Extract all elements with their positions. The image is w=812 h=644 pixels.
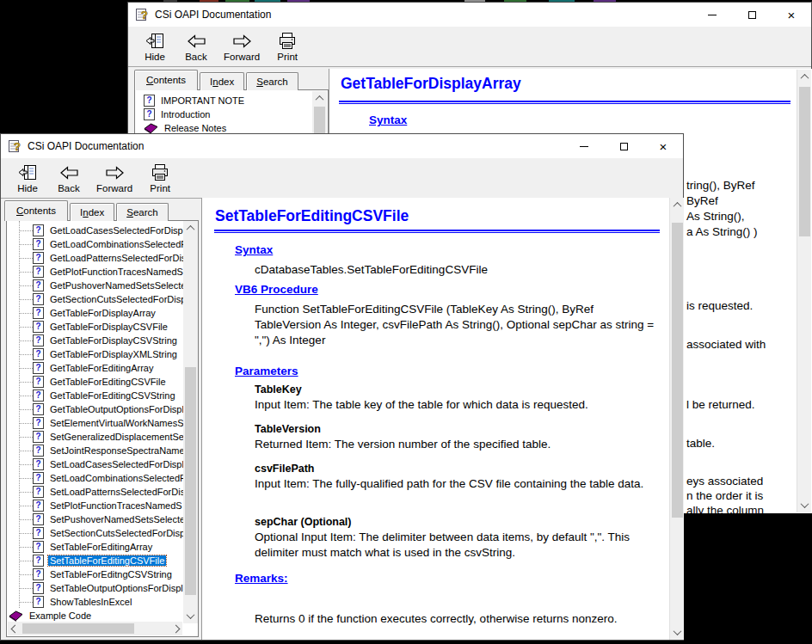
scroll-down-button[interactable] bbox=[797, 498, 812, 512]
scroll-up-button[interactable] bbox=[797, 70, 812, 84]
forward-button[interactable]: Forward bbox=[94, 162, 135, 194]
tree-item[interactable]: ?GetLoadCombinationsSelectedF bbox=[7, 237, 183, 251]
content-scrollbar[interactable] bbox=[669, 198, 684, 640]
tree-item[interactable]: ?GetTableForDisplayArray bbox=[7, 306, 183, 320]
tree-item[interactable]: ?SetGeneralizedDisplacementSe bbox=[7, 430, 183, 444]
remarks-heading: Remarks: bbox=[235, 572, 288, 585]
chevron-up-icon bbox=[187, 225, 195, 234]
remarks-body: Returns 0 if the function executes corre… bbox=[255, 611, 662, 627]
tab-search[interactable]: Search bbox=[246, 72, 298, 90]
scroll-up-button[interactable] bbox=[312, 91, 327, 106]
tree-item[interactable]: ?SetTableForEditngCSVString bbox=[7, 567, 183, 581]
minimize-button[interactable] bbox=[564, 134, 604, 158]
back-arrow-icon bbox=[59, 163, 79, 183]
tree-item[interactable]: ?GetTableForEditingArray bbox=[7, 361, 183, 375]
hide-button[interactable]: Hide bbox=[138, 30, 171, 63]
scroll-up-button[interactable] bbox=[183, 221, 198, 236]
tab-index[interactable]: Index bbox=[70, 203, 114, 221]
help-file-icon: ? bbox=[135, 8, 149, 21]
tree-item[interactable]: ?GetTableForDisplayCSVString bbox=[7, 334, 183, 347]
tree-item[interactable]: ?GetPlotFunctionTracesNamedS bbox=[7, 265, 183, 279]
tree-item[interactable]: Example Code bbox=[7, 609, 183, 623]
tree-item[interactable]: ?GetTableForDisplayCSVFile bbox=[7, 320, 183, 334]
scroll-thumb[interactable] bbox=[672, 223, 683, 518]
tree-item[interactable]: ? Introduction bbox=[144, 107, 328, 121]
tree-item[interactable]: ?GetTableForEditingCSVString bbox=[7, 389, 183, 402]
scroll-down-button[interactable] bbox=[670, 625, 684, 640]
help-topic-icon: ? bbox=[33, 376, 44, 388]
tree-item[interactable]: ?GetPushoverNamedSetsSelecte bbox=[7, 279, 183, 292]
tab-index[interactable]: Index bbox=[200, 72, 244, 90]
print-icon bbox=[277, 31, 298, 52]
help-topic-icon: ? bbox=[144, 95, 155, 107]
hide-button[interactable]: Hide bbox=[11, 162, 44, 194]
close-button[interactable]: × bbox=[643, 134, 683, 158]
chevron-up-icon bbox=[316, 95, 324, 104]
front-toolbar: Hide Back Forward Print bbox=[1, 158, 683, 199]
scroll-thumb[interactable] bbox=[799, 87, 810, 236]
back-button[interactable]: Back bbox=[180, 30, 212, 63]
doc-title: GetTableForDisplayArray bbox=[341, 75, 521, 93]
svg-text:?: ? bbox=[14, 140, 21, 153]
chevron-up-icon bbox=[801, 74, 809, 83]
tree-item[interactable]: ?SetTableOutputOptionsForDispl bbox=[7, 581, 183, 595]
tree-item[interactable]: ?SetSectionCutsSelectedForDisp bbox=[7, 526, 183, 540]
clipped-text: ally the column bbox=[686, 503, 764, 513]
chevron-left-icon bbox=[10, 624, 19, 633]
tree-item[interactable]: ?SetElementVirtualWorkNamesS bbox=[7, 416, 183, 430]
tree-item[interactable]: ?SetLoadPatternsSelectedForDis bbox=[7, 485, 183, 499]
scroll-thumb[interactable] bbox=[22, 623, 134, 634]
forward-button[interactable]: Forward bbox=[221, 30, 262, 63]
tree-hscrollbar[interactable] bbox=[8, 622, 182, 635]
scroll-left-button[interactable] bbox=[8, 622, 22, 635]
tree-item[interactable]: ?ShowTablesInExcel bbox=[7, 595, 183, 609]
scroll-up-button[interactable] bbox=[670, 198, 684, 212]
tree-item[interactable]: ?SetJointResponseSpectraName bbox=[7, 444, 183, 457]
hide-icon bbox=[17, 163, 38, 183]
tree-item[interactable]: ? IMPORTANT NOTE bbox=[144, 94, 328, 107]
front-contents-tree: ?GetLoadCasesSelectedForDispl ?GetLoadCo… bbox=[6, 220, 199, 637]
tree-item[interactable]: ?SetPushoverNamedSetsSelecte bbox=[7, 512, 183, 526]
print-button[interactable]: Print bbox=[144, 162, 176, 194]
chevron-right-icon bbox=[171, 624, 180, 633]
tab-contents[interactable]: Contents bbox=[134, 70, 198, 90]
close-icon: × bbox=[788, 9, 796, 21]
help-topic-icon: ? bbox=[33, 568, 44, 580]
scroll-thumb[interactable] bbox=[185, 367, 196, 595]
back-label: Back bbox=[185, 52, 207, 62]
print-button[interactable]: Print bbox=[271, 30, 304, 63]
tree-item[interactable]: ?SetLoadCasesSelectedForDispl bbox=[7, 457, 183, 471]
tree-item-selected[interactable]: ?SetTableForEditingCSVFile bbox=[7, 554, 183, 567]
maximize-button[interactable] bbox=[732, 3, 772, 27]
tree-item[interactable]: ?GetLoadCasesSelectedForDispl bbox=[7, 224, 183, 237]
tree-item[interactable]: ?SetTableForEditingArray bbox=[7, 540, 183, 554]
param-name: sepChar (Optional) bbox=[255, 516, 352, 528]
tree-item[interactable]: ?SetLoadCombinationsSelectedF bbox=[7, 471, 183, 485]
maximize-icon bbox=[748, 11, 756, 19]
tab-contents[interactable]: Contents bbox=[4, 200, 68, 221]
tree-item[interactable]: ?GetTableForEditingCSVFile bbox=[7, 375, 183, 389]
tree-item[interactable]: ?GetTableForDisplayXMLString bbox=[7, 347, 183, 361]
help-topic-icon: ? bbox=[33, 513, 44, 525]
tab-search[interactable]: Search bbox=[116, 203, 168, 221]
maximize-button[interactable] bbox=[604, 134, 643, 158]
close-button[interactable]: × bbox=[772, 3, 811, 27]
clipped-text: is requested. bbox=[686, 298, 753, 314]
clipped-text: l be returned. bbox=[686, 397, 755, 413]
print-icon bbox=[150, 163, 170, 183]
minimize-button[interactable] bbox=[692, 3, 732, 27]
help-topic-icon: ? bbox=[33, 417, 44, 429]
scroll-down-button[interactable] bbox=[183, 609, 198, 623]
back-arrow-icon bbox=[187, 31, 206, 52]
tree-item[interactable]: ?GetTableOutputOptionsForDispl bbox=[7, 402, 183, 416]
content-scrollbar[interactable] bbox=[797, 70, 811, 512]
forward-arrow-icon bbox=[105, 163, 125, 183]
tree-item[interactable]: ?GetSectionCutsSelectedForDisp bbox=[7, 292, 183, 306]
tree-vscrollbar[interactable] bbox=[183, 221, 198, 623]
scroll-right-button[interactable] bbox=[169, 622, 182, 635]
tree-item[interactable]: ?GetLoadPatternsSelectedForDis bbox=[7, 251, 183, 265]
tree-item[interactable]: ?SetPlotFunctionTracesNamedS bbox=[7, 499, 183, 512]
back-button[interactable]: Back bbox=[52, 162, 85, 194]
clipped-text: eys associated bbox=[686, 474, 763, 489]
help-file-icon: ? bbox=[8, 139, 22, 153]
